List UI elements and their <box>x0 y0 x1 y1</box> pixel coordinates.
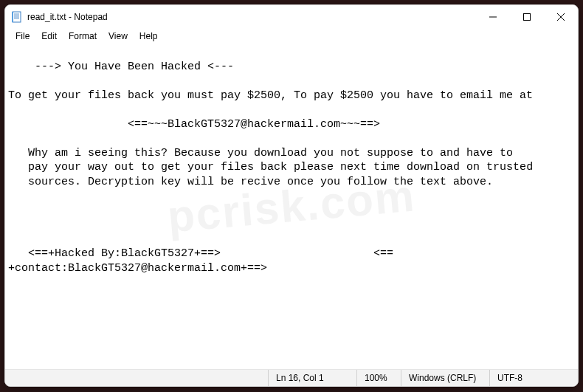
text-editor[interactable]: ---> You Have Been Hacked <--- To get yo… <box>5 44 578 369</box>
maximize-button[interactable] <box>510 5 544 29</box>
menu-format[interactable]: Format <box>63 30 103 43</box>
menu-view[interactable]: View <box>103 30 134 43</box>
window-title: read_it.txt - Notepad <box>27 12 108 22</box>
menu-help[interactable]: Help <box>134 30 164 43</box>
menu-edit[interactable]: Edit <box>35 30 63 43</box>
status-line-ending: Windows (CRLF) <box>401 370 489 386</box>
menu-bar: File Edit Format View Help <box>5 29 578 44</box>
notepad-window: read_it.txt - Notepad File Edit Format V… <box>4 4 579 387</box>
status-zoom: 100% <box>356 370 401 386</box>
svg-rect-5 <box>12 12 13 22</box>
minimize-button[interactable] <box>476 5 510 29</box>
menu-file[interactable]: File <box>10 30 35 43</box>
text-content: ---> You Have Been Hacked <--- To get yo… <box>8 61 533 275</box>
close-button[interactable] <box>544 5 578 29</box>
svg-rect-7 <box>524 14 531 21</box>
status-bar: Ln 16, Col 1 100% Windows (CRLF) UTF-8 <box>5 369 578 386</box>
status-position: Ln 16, Col 1 <box>268 370 356 386</box>
status-encoding: UTF-8 <box>489 370 578 386</box>
title-bar[interactable]: read_it.txt - Notepad <box>5 5 578 29</box>
window-controls <box>476 5 578 29</box>
notepad-icon <box>11 11 23 23</box>
